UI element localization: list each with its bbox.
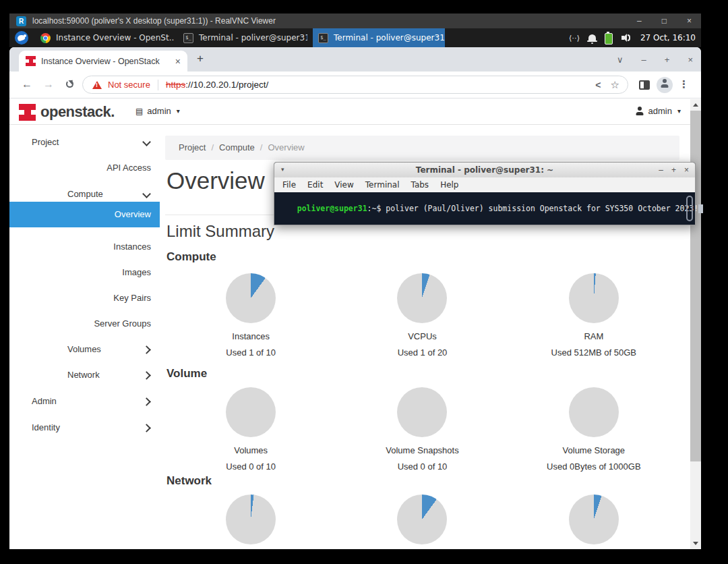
- project-switcher[interactable]: ▤ admin ▾: [135, 106, 180, 116]
- scroll-up-icon[interactable]: [693, 103, 698, 107]
- sidebar-item-volumes[interactable]: Volumes: [9, 340, 160, 359]
- volume-section-heading: Volume: [166, 367, 679, 380]
- sidebar-item-project[interactable]: Project: [9, 133, 160, 152]
- limit-chart-volume-snapshots: Volume Snapshots Used 0 of 10: [336, 387, 508, 472]
- browser-menu-icon[interactable]: ⋮: [679, 78, 689, 90]
- sidebar: Project API Access Compute Overview Inst…: [9, 125, 160, 549]
- sidebar-item-identity[interactable]: Identity: [9, 418, 160, 437]
- vnc-minimize-button[interactable]: –: [637, 16, 642, 26]
- browser-maximize-button[interactable]: +: [665, 55, 670, 65]
- address-bar[interactable]: Not secure https ://10.20.20.1/project/ …: [82, 76, 628, 94]
- taskbar-item-label: Terminal - poliver@super31: ~: [199, 33, 307, 43]
- tab-close-icon[interactable]: ×: [175, 57, 181, 66]
- chart-label: RAM: [584, 331, 603, 341]
- chart-usage: Used 0 of 10: [226, 461, 276, 472]
- back-icon[interactable]: ←: [22, 78, 32, 90]
- taskbar-item-terminal-1[interactable]: $_ Terminal - poliver@super31: ~: [178, 28, 307, 47]
- vnc-titlebar[interactable]: R localhost:59000 (poliver's X desktop (…: [9, 13, 701, 28]
- menu-tabs[interactable]: Tabs: [411, 180, 429, 190]
- sidebar-item-api-access[interactable]: API Access: [9, 159, 160, 177]
- browser-close-button[interactable]: ×: [688, 55, 693, 65]
- profile-avatar[interactable]: [657, 77, 673, 93]
- chrome-icon: [40, 33, 51, 43]
- volume-icon[interactable]: [621, 34, 632, 42]
- terminal-prompt-tail: :~$: [367, 204, 382, 213]
- breadcrumb-separator: /: [260, 142, 263, 152]
- chevron-right-icon: [142, 345, 151, 354]
- sidebar-item-admin[interactable]: Admin: [9, 392, 160, 411]
- tab-strip: Instance Overview - OpenStack × + ∨ – + …: [9, 47, 701, 72]
- chart-label: Volumes: [234, 445, 268, 455]
- chart-label: Volume Snapshots: [386, 445, 458, 455]
- window-shade-icon[interactable]: ▾: [281, 166, 284, 173]
- new-tab-button[interactable]: +: [197, 52, 204, 65]
- taskbar: Instance Overview - OpenSt... $_ Termina…: [9, 28, 701, 47]
- scroll-down-icon[interactable]: [693, 542, 698, 545]
- sidebar-item-compute[interactable]: Compute: [9, 185, 160, 204]
- sidebar-item-network[interactable]: Network: [9, 366, 160, 385]
- project-list-icon: ▤: [135, 107, 143, 116]
- limit-chart-ram: RAM Used 512MB of 50GB: [508, 273, 679, 358]
- sidebar-item-overview-active[interactable]: Overview: [9, 202, 160, 227]
- openstack-logo[interactable]: openstack.: [19, 103, 115, 121]
- browser-tab-active[interactable]: Instance Overview - OpenStack ×: [19, 51, 187, 72]
- sidebar-label: Volumes: [67, 340, 101, 359]
- menu-terminal[interactable]: Terminal: [365, 180, 400, 190]
- menu-file[interactable]: File: [282, 180, 296, 190]
- side-panel-icon[interactable]: [639, 80, 650, 90]
- menu-edit[interactable]: Edit: [307, 180, 323, 190]
- breadcrumb-compute[interactable]: Compute: [219, 142, 255, 152]
- openstack-favicon: [26, 56, 36, 66]
- terminal-maximize-button[interactable]: +: [671, 165, 676, 175]
- user-menu[interactable]: admin ▾: [636, 106, 681, 116]
- chart-usage: Used 512MB of 50GB: [551, 347, 636, 358]
- sidebar-item-server-groups[interactable]: Server Groups: [9, 314, 160, 333]
- limit-chart-volumes: Volumes Used 0 of 10: [165, 387, 336, 472]
- pie-chart: [569, 387, 619, 437]
- terminal-close-button[interactable]: ×: [684, 165, 689, 175]
- battery-icon[interactable]: [605, 33, 613, 45]
- chevron-down-icon: ▾: [177, 107, 180, 115]
- taskbar-item-label: Terminal - poliver@super31: ~: [334, 33, 445, 43]
- taskbar-clock[interactable]: 27 Oct, 16:10: [640, 33, 696, 43]
- taskbar-item-label: Instance Overview - OpenSt...: [56, 33, 174, 43]
- terminal-content[interactable]: poliver@super31:~$ poliver (Paul/Oliver)…: [274, 192, 695, 225]
- reload-icon[interactable]: [66, 80, 73, 88]
- network-chart-2: [336, 495, 508, 544]
- network-section-heading: Network: [166, 474, 679, 488]
- tab-search-chevron-icon[interactable]: ∨: [617, 55, 624, 65]
- terminal-scrollbar[interactable]: [686, 196, 693, 221]
- menu-help[interactable]: Help: [440, 180, 458, 190]
- notifications-bell-icon[interactable]: [588, 34, 596, 40]
- sidebar-item-key-pairs[interactable]: Key Pairs: [9, 289, 160, 308]
- menu-view[interactable]: View: [334, 180, 353, 190]
- network-icon[interactable]: ⟨··⟩: [569, 34, 580, 43]
- forward-icon: →: [43, 78, 54, 90]
- compute-chart-row: Instances Used 1 of 10 VCPUs Used 1 of 2…: [165, 273, 679, 358]
- compute-section-heading: Compute: [166, 250, 679, 264]
- terminal-window-title: Terminal - poliver@super31: ~: [416, 165, 553, 175]
- terminal-window[interactable]: ▾ Terminal - poliver@super31: ~ – + × Fi…: [274, 162, 696, 225]
- not-secure-warning-icon[interactable]: [92, 81, 102, 89]
- terminal-minimize-button[interactable]: –: [659, 165, 663, 175]
- taskbar-item-chrome[interactable]: Instance Overview - OpenSt...: [35, 28, 174, 47]
- pie-chart: [569, 495, 619, 544]
- terminal-icon: $_: [318, 33, 328, 43]
- sidebar-item-images[interactable]: Images: [9, 263, 160, 282]
- breadcrumb: Project/Compute/Overview: [165, 136, 679, 160]
- terminal-titlebar[interactable]: ▾ Terminal - poliver@super31: ~ – + ×: [274, 163, 695, 177]
- bookmark-star-icon[interactable]: ☆: [611, 79, 619, 91]
- not-secure-label[interactable]: Not secure: [108, 80, 150, 90]
- sidebar-item-instances[interactable]: Instances: [9, 237, 160, 256]
- pie-chart: [226, 387, 276, 437]
- sidebar-label: Overview: [115, 202, 151, 227]
- share-icon[interactable]: <: [595, 80, 601, 90]
- browser-minimize-button[interactable]: –: [642, 55, 646, 65]
- taskbar-item-terminal-2-active[interactable]: $_ Terminal - poliver@super31: ~: [313, 28, 445, 47]
- breadcrumb-current: Overview: [268, 142, 304, 152]
- chart-usage: Used 0Bytes of 1000GB: [547, 461, 640, 472]
- applications-menu-icon[interactable]: [15, 31, 28, 45]
- vnc-close-button[interactable]: ×: [687, 16, 692, 26]
- vnc-maximize-button[interactable]: □: [662, 16, 667, 26]
- breadcrumb-project[interactable]: Project: [179, 142, 206, 152]
